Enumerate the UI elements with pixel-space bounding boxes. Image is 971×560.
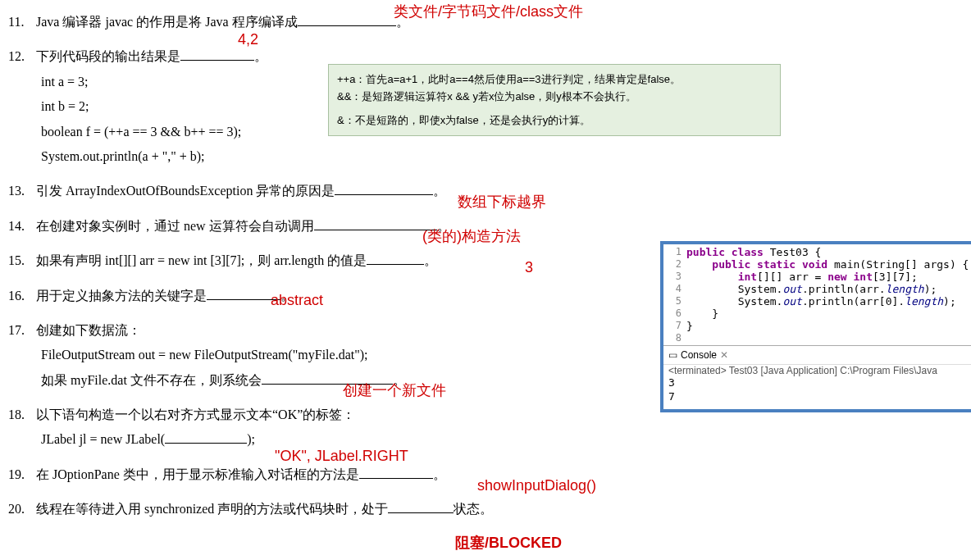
code: System. bbox=[738, 283, 783, 295]
q20-tail: 状态。 bbox=[454, 502, 493, 516]
annotation-q16: abstract bbox=[271, 292, 323, 309]
q14-text: 在创建对象实例时，通过 new 运算符会自动调用 bbox=[36, 219, 314, 233]
q13-num: 13. bbox=[8, 179, 33, 203]
annotation-q20: 阻塞/BLOCKED bbox=[455, 533, 562, 553]
annotation-q15: 3 bbox=[525, 259, 533, 276]
q17-code1: FileOutputStream out = new FileOutputStr… bbox=[41, 343, 648, 367]
note-line1: ++a：首先a=a+1，此时a==4然后使用a==3进行判定，结果肯定是fals… bbox=[337, 71, 772, 89]
q12-num: 12. bbox=[8, 44, 33, 69]
q11-blank bbox=[298, 12, 396, 26]
q16-text: 用于定义抽象方法的关键字是 bbox=[36, 289, 207, 303]
console-icon: ▭ bbox=[668, 349, 677, 361]
q18-text: 以下语句构造一个以右对齐方式显示文本“OK”的标签： bbox=[36, 407, 355, 421]
q12-tail: 。 bbox=[254, 49, 267, 63]
q14-blank bbox=[314, 216, 437, 230]
console-status: <terminated> Test03 [Java Application] C… bbox=[663, 364, 971, 376]
q13: 13. 引发 ArrayIndexOutOfBoundsException 异常… bbox=[8, 179, 648, 203]
console-title: Console bbox=[681, 349, 717, 361]
q15-text: 如果有声明 int[][] arr = new int [3][7];，则 ar… bbox=[36, 253, 367, 267]
q13-blank bbox=[335, 181, 433, 195]
q14-num: 14. bbox=[8, 214, 33, 239]
q13-text: 引发 ArrayIndexOutOfBoundsException 异常的原因是 bbox=[36, 184, 335, 198]
code: } bbox=[686, 320, 693, 332]
q13-tail: 。 bbox=[433, 184, 446, 198]
q18-blank bbox=[165, 430, 247, 444]
code: ); bbox=[943, 295, 956, 307]
q15-tail: 。 bbox=[424, 253, 437, 267]
q15: 15. 如果有声明 int[][] arr = new int [3][7];，… bbox=[8, 248, 648, 273]
kw: new int bbox=[827, 271, 873, 283]
ide-panel: 1public class Test03 { 2 public static v… bbox=[660, 241, 971, 412]
kw: public static void bbox=[712, 258, 827, 271]
q16-blank bbox=[207, 286, 280, 300]
q18: 18. 以下语句构造一个以右对齐方式显示文本“OK”的标签： bbox=[8, 403, 648, 427]
q14: 14. 在创建对象实例时，通过 new 运算符会自动调用。 bbox=[8, 214, 648, 239]
q18-code1: JLabel jl = new JLabel( bbox=[41, 432, 165, 446]
q17: 17. 创建如下数据流： bbox=[8, 318, 648, 343]
q20-text: 线程在等待进入用 synchronized 声明的方法或代码块时，处于 bbox=[36, 502, 388, 516]
q18-num: 18. bbox=[8, 403, 33, 427]
q19-tail: 。 bbox=[433, 467, 446, 481]
q16-num: 16. bbox=[8, 284, 33, 308]
annotation-q12: 4,2 bbox=[238, 31, 258, 48]
q16: 16. 用于定义抽象方法的关键字是。 bbox=[8, 284, 648, 308]
code: [3][7]; bbox=[873, 271, 918, 283]
annotation-q11: 类文件/字节码文件/class文件 bbox=[394, 2, 583, 21]
q19-blank bbox=[359, 465, 433, 479]
q12-blank bbox=[180, 47, 254, 61]
code: ); bbox=[924, 283, 937, 295]
q20-num: 20. bbox=[8, 497, 33, 521]
code: .println(arr. bbox=[802, 283, 886, 295]
console-tab[interactable]: ▭ Console ✕ bbox=[663, 345, 971, 364]
kw: public class bbox=[686, 246, 764, 258]
annotation-q14: (类的)构造方法 bbox=[422, 226, 521, 246]
console-output: 3 7 bbox=[663, 376, 971, 409]
q18-code2: ); bbox=[247, 432, 255, 446]
code: .println(arr[0]. bbox=[802, 295, 905, 307]
q15-blank bbox=[367, 251, 424, 265]
code: Test03 { bbox=[764, 246, 821, 258]
q19-num: 19. bbox=[8, 462, 33, 487]
note-line3: &：不是短路的，即使x为false，还是会执行y的计算。 bbox=[337, 112, 772, 130]
note-line2: &&：是短路逻辑运算符x && y若x位为alse，则y根本不会执行。 bbox=[337, 89, 772, 106]
code: System. bbox=[738, 295, 783, 307]
q19-text: 在 JOptionPane 类中，用于显示标准输入对话框的方法是 bbox=[36, 467, 359, 481]
q12-text: 下列代码段的输出结果是 bbox=[36, 49, 180, 63]
annotation-q19: showInputDialog() bbox=[477, 477, 596, 494]
q12-code4: System.out.println(a + "," + b); bbox=[41, 144, 648, 169]
close-icon[interactable]: ✕ bbox=[720, 349, 728, 361]
code-field: out bbox=[782, 283, 801, 295]
q11-text: Java 编译器 javac 的作用是将 Java 程序编译成 bbox=[36, 15, 298, 29]
code: } bbox=[712, 307, 718, 320]
kw: int bbox=[738, 271, 757, 283]
q20-blank bbox=[388, 499, 454, 513]
console-out2: 7 bbox=[668, 390, 966, 404]
code-field: out bbox=[782, 295, 801, 307]
annotation-q17: 创建一个新文件 bbox=[343, 380, 446, 400]
code-field: length bbox=[905, 295, 943, 307]
q17-text-b: 如果 myFile.dat 文件不存在，则系统会 bbox=[41, 373, 262, 387]
annotation-q13: 数组下标越界 bbox=[458, 192, 546, 212]
console-out1: 3 bbox=[668, 376, 966, 390]
code: [][] arr = bbox=[757, 271, 827, 283]
annotation-q18: "OK", JLabel.RIGHT bbox=[275, 448, 408, 465]
q17-text: 创建如下数据流： bbox=[36, 323, 141, 337]
q11-num: 11. bbox=[8, 10, 33, 34]
code: main(String[] args) { bbox=[827, 258, 969, 271]
q15-num: 15. bbox=[8, 248, 33, 273]
q20: 20. 线程在等待进入用 synchronized 声明的方法或代码块时，处于状… bbox=[8, 497, 648, 521]
code-field: length bbox=[886, 283, 924, 295]
ide-code-area: 1public class Test03 { 2 public static v… bbox=[663, 244, 971, 345]
q17-num: 17. bbox=[8, 318, 33, 343]
explanation-note: ++a：首先a=a+1，此时a==4然后使用a==3进行判定，结果肯定是fals… bbox=[328, 64, 781, 136]
